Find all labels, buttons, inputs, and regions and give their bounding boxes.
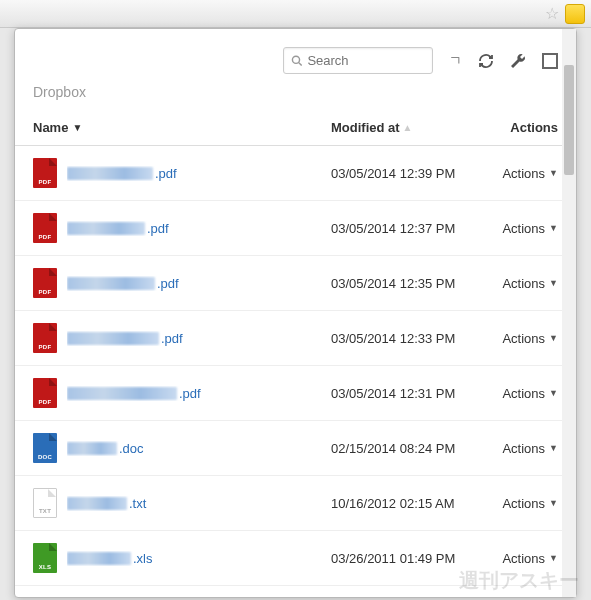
- svg-line-1: [299, 63, 302, 66]
- file-name[interactable]: .pdf: [67, 276, 331, 291]
- redacted-name: [67, 442, 117, 455]
- file-name[interactable]: .txt: [67, 496, 331, 511]
- file-ext: .pdf: [157, 276, 179, 291]
- file-name[interactable]: .pdf: [67, 386, 331, 401]
- header-actions: Actions: [486, 120, 558, 135]
- header-name-label: Name: [33, 120, 68, 135]
- file-ext: .xls: [133, 551, 153, 566]
- actions-label: Actions: [502, 166, 545, 181]
- file-ext: .doc: [119, 441, 144, 456]
- chevron-down-icon: ▼: [549, 443, 558, 453]
- file-name[interactable]: .xls: [67, 551, 331, 566]
- file-name[interactable]: .pdf: [67, 331, 331, 346]
- file-ext: .pdf: [161, 331, 183, 346]
- chevron-down-icon: ▼: [549, 498, 558, 508]
- chevron-down-icon: ▼: [549, 278, 558, 288]
- search-icon: [291, 54, 302, 67]
- redacted-name: [67, 387, 177, 400]
- table-row[interactable]: DOC.doc02/15/2014 08:24 PMActions▼: [15, 421, 576, 476]
- breadcrumb[interactable]: Dropbox: [15, 84, 576, 110]
- actions-label: Actions: [502, 441, 545, 456]
- pdf-file-icon: PDF: [33, 378, 57, 408]
- table-row[interactable]: DOC.doc10/17/2012 03:16 AMActions▼: [15, 586, 576, 597]
- actions-dropdown[interactable]: Actions▼: [486, 386, 558, 401]
- table-row[interactable]: PDF.pdf03/05/2014 12:33 PMActions▼: [15, 311, 576, 366]
- chevron-down-icon: ▼: [549, 223, 558, 233]
- actions-dropdown[interactable]: Actions▼: [486, 441, 558, 456]
- scroll-thumb[interactable]: [564, 65, 574, 175]
- txt-file-icon: TXT: [33, 488, 57, 518]
- table-row[interactable]: XLS.xls03/26/2011 01:49 PMActions▼: [15, 531, 576, 586]
- actions-dropdown[interactable]: Actions▼: [486, 221, 558, 236]
- bookmark-star-icon[interactable]: ☆: [545, 4, 559, 23]
- modified-at: 03/05/2014 12:39 PM: [331, 166, 486, 181]
- redacted-name: [67, 332, 159, 345]
- redacted-name: [67, 497, 127, 510]
- chevron-down-icon: ▼: [549, 168, 558, 178]
- file-name[interactable]: .pdf: [67, 221, 331, 236]
- chevron-down-icon: ▼: [549, 553, 558, 563]
- search-box[interactable]: [283, 47, 433, 74]
- modified-at: 03/05/2014 12:37 PM: [331, 221, 486, 236]
- xls-file-icon: XLS: [33, 543, 57, 573]
- redacted-name: [67, 277, 155, 290]
- actions-label: Actions: [502, 276, 545, 291]
- header-name[interactable]: Name ▼: [33, 120, 331, 135]
- wrench-icon[interactable]: [510, 53, 526, 69]
- modified-at: 03/05/2014 12:35 PM: [331, 276, 486, 291]
- file-list: PDF.pdf03/05/2014 12:39 PMActions▼PDF.pd…: [15, 146, 576, 597]
- actions-dropdown[interactable]: Actions▼: [486, 331, 558, 346]
- search-input[interactable]: [307, 53, 425, 68]
- actions-label: Actions: [502, 551, 545, 566]
- table-row[interactable]: PDF.pdf03/05/2014 12:35 PMActions▼: [15, 256, 576, 311]
- actions-dropdown[interactable]: Actions▼: [486, 276, 558, 291]
- sort-asc-icon: ▲: [403, 122, 413, 133]
- table-row[interactable]: TXT.txt10/16/2012 02:15 AMActions▼: [15, 476, 576, 531]
- file-name[interactable]: .pdf: [67, 166, 331, 181]
- file-ext: .pdf: [155, 166, 177, 181]
- svg-point-0: [292, 56, 299, 63]
- doc-file-icon: DOC: [33, 433, 57, 463]
- actions-dropdown[interactable]: Actions▼: [486, 166, 558, 181]
- refresh-icon[interactable]: [478, 53, 494, 69]
- table-header: Name ▼ Modified at ▲ Actions: [15, 110, 576, 146]
- redacted-name: [67, 167, 153, 180]
- path-indicator: ㄱ: [449, 52, 462, 70]
- file-ext: .pdf: [147, 221, 169, 236]
- modified-at: 03/26/2011 01:49 PM: [331, 551, 486, 566]
- pdf-file-icon: PDF: [33, 158, 57, 188]
- redacted-name: [67, 552, 131, 565]
- header-modified[interactable]: Modified at ▲: [331, 120, 486, 135]
- table-row[interactable]: PDF.pdf03/05/2014 12:31 PMActions▼: [15, 366, 576, 421]
- table-row[interactable]: PDF.pdf03/05/2014 12:37 PMActions▼: [15, 201, 576, 256]
- actions-label: Actions: [502, 386, 545, 401]
- file-ext: .txt: [129, 496, 146, 511]
- modified-at: 10/16/2012 02:15 AM: [331, 496, 486, 511]
- chevron-down-icon: ▼: [549, 333, 558, 343]
- sort-desc-icon: ▼: [72, 122, 82, 133]
- file-name[interactable]: .doc: [67, 441, 331, 456]
- file-ext: .pdf: [179, 386, 201, 401]
- scrollbar[interactable]: [562, 29, 576, 597]
- dropbox-popup: ㄱ Dropbox Name ▼ Modified at ▲ Actions P…: [14, 28, 577, 598]
- modified-at: 03/05/2014 12:33 PM: [331, 331, 486, 346]
- actions-label: Actions: [502, 331, 545, 346]
- actions-label: Actions: [502, 496, 545, 511]
- actions-dropdown[interactable]: Actions▼: [486, 496, 558, 511]
- pdf-file-icon: PDF: [33, 323, 57, 353]
- toolbar: ㄱ: [15, 29, 576, 84]
- modified-at: 03/05/2014 12:31 PM: [331, 386, 486, 401]
- extension-icon[interactable]: [565, 4, 585, 24]
- chevron-down-icon: ▼: [549, 388, 558, 398]
- table-row[interactable]: PDF.pdf03/05/2014 12:39 PMActions▼: [15, 146, 576, 201]
- actions-label: Actions: [502, 221, 545, 236]
- modified-at: 02/15/2014 08:24 PM: [331, 441, 486, 456]
- header-modified-label: Modified at: [331, 120, 400, 135]
- expand-icon[interactable]: [542, 53, 558, 69]
- redacted-name: [67, 222, 145, 235]
- browser-toolbar: ☆: [0, 0, 591, 28]
- pdf-file-icon: PDF: [33, 268, 57, 298]
- pdf-file-icon: PDF: [33, 213, 57, 243]
- actions-dropdown[interactable]: Actions▼: [486, 551, 558, 566]
